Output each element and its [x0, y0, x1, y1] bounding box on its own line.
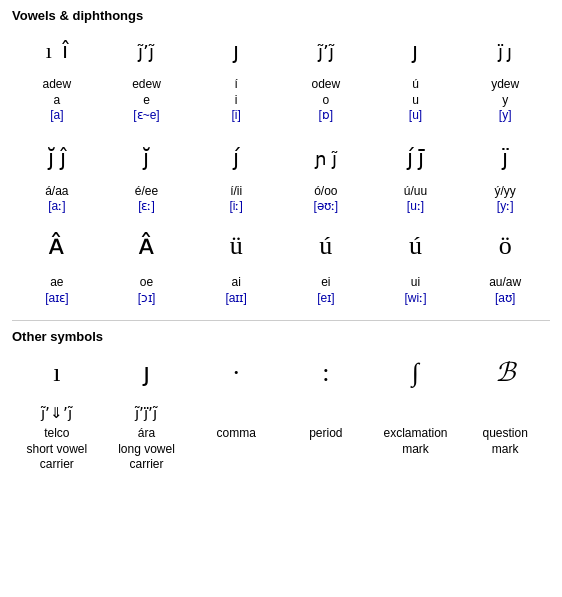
symbol-ee: ȷ̆: [143, 138, 149, 170]
cell-u: ȷ: [371, 29, 461, 65]
cell-i: ȷ: [191, 29, 281, 65]
vowel-row-3-symbols: ᴀ̂ ᴀ̂ ü ú ú ö: [12, 227, 550, 263]
name-telco: telcoshort vowelcarrier: [12, 424, 102, 475]
other-cell-ara: ȷ: [102, 350, 192, 390]
symbol-ui: ú: [409, 229, 422, 261]
name-ii: í/ii [iː]: [191, 182, 281, 217]
cell-e: ȷ̃ʼȷ̃: [102, 29, 192, 65]
symbol-a: ı ı̂: [46, 31, 68, 63]
cell-ei: ú: [281, 227, 371, 263]
name-uu: ú/uu [uː]: [371, 182, 461, 217]
other-cell-exclamation: ∫: [371, 350, 461, 390]
vowel-row-1-symbols: ı ı̂ ȷ̃ʼȷ̃ ȷ ȷ̃ʼȷ̃ ȷ ȷ̈ ȷ: [12, 29, 550, 65]
name-a: adewa [a]: [12, 75, 102, 126]
name-e: edewe [ɛ~e]: [102, 75, 192, 126]
symbol-ai: ü: [230, 229, 243, 261]
cell-a: ı ı̂: [12, 29, 102, 65]
symbol-o: ȷ̃ʼȷ̃: [318, 31, 334, 63]
cell-aa: ȷ̆ ȷ̂: [12, 136, 102, 172]
symbol-comma-top: ·: [233, 352, 240, 388]
name-y: ydewy [y]: [460, 75, 550, 126]
symbol-exclamation-top: ∫: [412, 352, 419, 388]
name-aa: á/aa [aː]: [12, 182, 102, 217]
other-cell-question: ℬ: [460, 350, 550, 390]
other-names: telcoshort vowelcarrier áralong vowelcar…: [12, 424, 550, 475]
name-question: questionmark: [460, 424, 550, 475]
name-exclamation: exclamationmark: [371, 424, 461, 475]
name-oe: oe [ɔɪ]: [102, 273, 192, 308]
name-u: úu [u]: [371, 75, 461, 126]
name-period: period: [281, 424, 371, 475]
vowel-row-2-symbols: ȷ̆ ȷ̂ ȷ̆ ȷ́ ɲ ȷ̃ ȷ́ ȷ̄ ȷ̈: [12, 136, 550, 172]
script-cell-ara: ȷ̃ʼȷ̈ʼȷ̃: [102, 390, 192, 424]
script-cell-period-empty: [281, 390, 371, 424]
name-ui: ui [wiː]: [371, 273, 461, 308]
cell-ae: ᴀ̂: [12, 227, 102, 263]
name-o: odewo [ɒ]: [281, 75, 371, 126]
name-ai: ai [aɪɪ]: [191, 273, 281, 308]
name-comma: comma: [191, 424, 281, 475]
symbol-i: ȷ: [233, 31, 239, 63]
cell-y: ȷ̈ ȷ: [460, 29, 550, 65]
cell-ii: ȷ́: [191, 136, 281, 172]
name-ara: áralong vowelcarrier: [102, 424, 192, 475]
name-ee: é/ee [ɛː]: [102, 182, 192, 217]
symbol-aa: ȷ̆ ȷ̂: [48, 138, 66, 170]
script-cell-comma-empty: [191, 390, 281, 424]
cell-ui: ú: [371, 227, 461, 263]
script-cell-quest-empty: [460, 390, 550, 424]
script-cell-excl-empty: [371, 390, 461, 424]
cell-yy: ȷ̈: [460, 136, 550, 172]
other-cell-period: :: [281, 350, 371, 390]
symbol-telco-top: ı: [53, 352, 60, 388]
name-au: au/aw [aʊ]: [460, 273, 550, 308]
cell-uu: ȷ́ ȷ̄: [371, 136, 461, 172]
other-title: Other symbols: [12, 329, 550, 344]
cell-oo: ɲ ȷ̃: [281, 136, 371, 172]
symbol-uu: ȷ́ ȷ̄: [407, 138, 425, 170]
other-top-symbols: ı ȷ · : ∫ ℬ: [12, 350, 550, 390]
script-symbol-ara: ȷ̃ʼȷ̈ʼȷ̃: [135, 392, 157, 422]
symbol-u: ȷ: [412, 31, 418, 63]
name-i: íi [i]: [191, 75, 281, 126]
symbol-yy: ȷ̈: [502, 138, 508, 170]
name-oo: ó/oo [əʊː]: [281, 182, 371, 217]
symbol-ii: ȷ́: [233, 138, 239, 170]
script-symbol-telco: ȷ̃ʼ⇓ʼȷ̃: [41, 392, 72, 422]
cell-oe: ᴀ̂: [102, 227, 192, 263]
vowels-title: Vowels & diphthongs: [12, 8, 550, 23]
symbol-ara-top: ȷ: [143, 352, 150, 388]
section-divider: [12, 320, 550, 321]
symbol-au: ö: [499, 229, 512, 261]
other-cell-telco: ı: [12, 350, 102, 390]
symbol-ae: ᴀ̂: [48, 229, 65, 261]
vowel-row-2-names: á/aa [aː] é/ee [ɛː] í/ii [iː] ó/oo [əʊː]…: [12, 182, 550, 217]
symbol-oo: ɲ ȷ̃: [315, 138, 337, 170]
vowel-row-3-names: ae [aɪɛ] oe [ɔɪ] ai [aɪɪ] ei [eɪ] ui [wi…: [12, 273, 550, 308]
cell-au: ö: [460, 227, 550, 263]
cell-o: ȷ̃ʼȷ̃: [281, 29, 371, 65]
name-ae: ae [aɪɛ]: [12, 273, 102, 308]
symbol-y: ȷ̈ ȷ: [498, 31, 512, 63]
script-cell-telco: ȷ̃ʼ⇓ʼȷ̃: [12, 390, 102, 424]
vowels-section: Vowels & diphthongs ı ı̂ ȷ̃ʼȷ̃ ȷ ȷ̃ʼȷ̃ ȷ…: [12, 8, 550, 308]
symbol-oe: ᴀ̂: [138, 229, 155, 261]
vowel-row-1-names: adewa [a] edewe [ɛ~e] íi [i] odewo [ɒ] ú…: [12, 75, 550, 126]
cell-ee: ȷ̆: [102, 136, 192, 172]
cell-ai: ü: [191, 227, 281, 263]
other-script-symbols: ȷ̃ʼ⇓ʼȷ̃ ȷ̃ʼȷ̈ʼȷ̃: [12, 390, 550, 424]
name-yy: ý/yy [yː]: [460, 182, 550, 217]
symbol-e: ȷ̃ʼȷ̃: [138, 31, 154, 63]
symbol-question-top: ℬ: [495, 352, 515, 388]
symbol-period-top: :: [322, 352, 329, 388]
other-section: Other symbols ı ȷ · : ∫ ℬ ȷ̃ʼ⇓ʼȷ̃ ȷ̃ʼȷ̈ʼ…: [12, 329, 550, 475]
name-ei: ei [eɪ]: [281, 273, 371, 308]
other-cell-comma: ·: [191, 350, 281, 390]
symbol-ei: ú: [319, 229, 332, 261]
